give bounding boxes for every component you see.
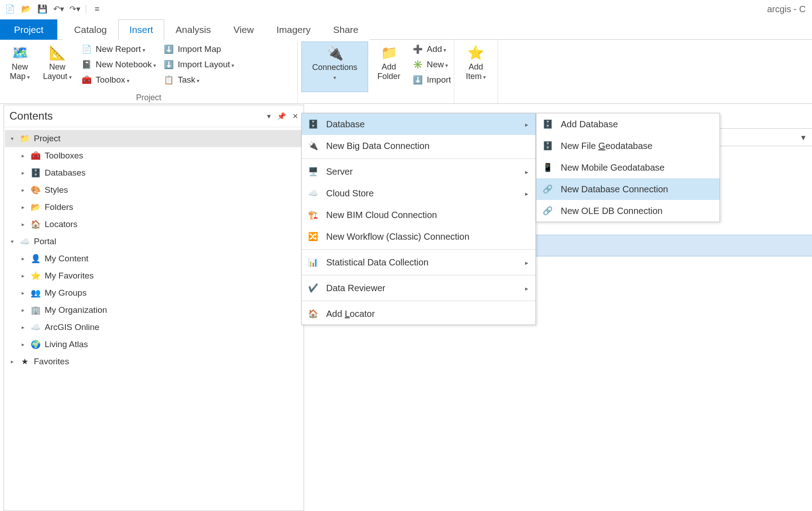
menu-item-label: New Big Data Connection bbox=[326, 141, 528, 151]
database-submenu-item-1[interactable]: 🗄️ New File Geodatabase bbox=[536, 135, 720, 157]
expand-icon[interactable]: ▸ bbox=[19, 187, 27, 193]
expand-icon[interactable]: ▾ bbox=[9, 135, 16, 142]
tree-node-fav[interactable]: ▸ ★ Favorites bbox=[5, 353, 303, 370]
tree-node-toolboxes[interactable]: ▸ 🧰 Toolboxes bbox=[5, 147, 303, 164]
expand-icon[interactable]: ▸ bbox=[19, 307, 27, 313]
new-project-icon[interactable]: 📄 bbox=[4, 3, 16, 15]
expand-icon[interactable]: ▸ bbox=[19, 221, 27, 228]
tree-node-databases[interactable]: ▸ 🗄️ Databases bbox=[5, 164, 303, 181]
notebook-icon: 📓 bbox=[81, 59, 92, 70]
connections-menu-item-0[interactable]: 🗄️ Database bbox=[302, 113, 535, 135]
add-folder-button[interactable]: 📁 Add Folder bbox=[370, 42, 408, 92]
tab-imagery[interactable]: Imagery bbox=[265, 19, 322, 40]
new-layout-button[interactable]: 📐 New Layout bbox=[38, 42, 77, 92]
node-icon: 🧰 bbox=[30, 151, 41, 161]
new-button[interactable]: ✳️New bbox=[410, 57, 454, 72]
node-icon: ☁️ bbox=[30, 322, 41, 332]
expand-icon[interactable]: ▸ bbox=[19, 324, 27, 330]
database-submenu-item-0[interactable]: 🗄️ Add Database bbox=[536, 113, 720, 135]
connections-menu-item-10[interactable]: ✔️ Data Reviewer bbox=[302, 277, 535, 299]
tree-node-mycontent[interactable]: ▸ 👤 My Content bbox=[5, 250, 303, 267]
dropdown-icon[interactable] bbox=[801, 132, 806, 143]
tree-node-portal[interactable]: ▾ ☁️ Portal bbox=[5, 233, 303, 250]
menu-item-icon: 🔀 bbox=[307, 232, 319, 242]
expand-icon[interactable]: ▸ bbox=[19, 170, 27, 176]
import-layout-button[interactable]: ⬇️Import Layout bbox=[161, 57, 237, 72]
expand-icon[interactable]: ▸ bbox=[19, 290, 27, 296]
task-button[interactable]: 📋Task bbox=[161, 72, 237, 88]
menu-item-icon: 🏗️ bbox=[307, 210, 319, 220]
add-item-button[interactable]: ⭐ Add Item bbox=[458, 42, 494, 92]
tab-share[interactable]: Share bbox=[322, 19, 369, 40]
open-project-icon[interactable]: 📂 bbox=[20, 3, 32, 15]
toolbox-button[interactable]: 🧰Toolbox bbox=[78, 72, 159, 88]
new-map-button[interactable]: 🗺️ New Map bbox=[4, 42, 36, 92]
redo-icon[interactable]: ↷▾ bbox=[69, 3, 81, 15]
connections-icon: 🔌 bbox=[326, 44, 344, 62]
node-label: Favorites bbox=[34, 357, 69, 367]
connections-menu-item-12[interactable]: 🏠 Add Locator bbox=[302, 303, 535, 325]
expand-icon[interactable]: ▸ bbox=[19, 204, 27, 210]
add-button[interactable]: ➕Add bbox=[410, 42, 454, 57]
tab-analysis[interactable]: Analysis bbox=[164, 19, 222, 40]
import-layout-icon: ⬇️ bbox=[163, 59, 174, 70]
menu-item-icon: ✔️ bbox=[307, 283, 319, 293]
node-icon: 📁 bbox=[19, 134, 30, 144]
menu-item-icon: 🔗 bbox=[542, 184, 554, 194]
expand-icon[interactable]: ▸ bbox=[9, 358, 16, 365]
tree-node-latlas[interactable]: ▸ 🌍 Living Atlas bbox=[5, 336, 303, 353]
tree-node-myorg[interactable]: ▸ 🏢 My Organization bbox=[5, 302, 303, 319]
database-submenu-item-2[interactable]: 📱 New Mobile Geodatabase bbox=[536, 157, 720, 178]
menu-item-label: Cloud Store bbox=[326, 188, 518, 199]
tab-view[interactable]: View bbox=[222, 19, 265, 40]
tab-catalog[interactable]: Catalog bbox=[63, 19, 118, 40]
submenu-arrow-icon bbox=[525, 167, 528, 177]
tab-insert[interactable]: Insert bbox=[118, 19, 165, 40]
new-report-button[interactable]: 📄New Report bbox=[78, 42, 159, 57]
contents-pin-icon[interactable]: 📌 bbox=[277, 112, 286, 121]
expand-icon[interactable]: ▸ bbox=[19, 341, 27, 348]
new-notebook-button[interactable]: 📓New Notebook bbox=[78, 57, 159, 72]
connections-menu-item-4[interactable]: ☁️ Cloud Store bbox=[302, 182, 535, 204]
customize-qat-icon[interactable]: ≡ bbox=[91, 3, 103, 15]
undo-icon[interactable]: ↶▾ bbox=[52, 3, 65, 15]
group-project-label: Project bbox=[4, 92, 294, 102]
expand-icon[interactable]: ▸ bbox=[19, 256, 27, 262]
import-map-button[interactable]: ⬇️Import Map bbox=[161, 42, 237, 57]
connections-menu-item-1[interactable]: 🔌 New Big Data Connection bbox=[302, 135, 535, 157]
connections-menu-item-3[interactable]: 🖥️ Server bbox=[302, 161, 535, 182]
node-label: Styles bbox=[45, 185, 68, 195]
expand-icon[interactable]: ▸ bbox=[19, 273, 27, 279]
star-add-icon: ⭐ bbox=[467, 43, 485, 61]
expand-icon[interactable]: ▸ bbox=[19, 153, 27, 159]
menu-item-icon: 🏠 bbox=[307, 309, 319, 319]
tree-node-agol[interactable]: ▸ ☁️ ArcGIS Online bbox=[5, 319, 303, 336]
import-button[interactable]: ⬇️Import bbox=[410, 72, 454, 88]
save-icon[interactable]: 💾 bbox=[36, 3, 49, 15]
contents-menu-icon[interactable]: ▾ bbox=[267, 112, 271, 121]
connections-button[interactable]: 🔌 Connections▾ bbox=[301, 42, 368, 92]
node-label: My Groups bbox=[45, 288, 87, 298]
menu-item-label: New OLE DB Connection bbox=[561, 206, 712, 216]
expand-icon[interactable]: ▾ bbox=[9, 238, 16, 245]
submenu-arrow-icon bbox=[525, 119, 528, 129]
contents-close-icon[interactable]: ✕ bbox=[292, 112, 298, 121]
database-submenu-item-3[interactable]: 🔗 New Database Connection bbox=[536, 178, 720, 200]
tab-file[interactable]: Project bbox=[0, 19, 57, 40]
node-icon: 🗄️ bbox=[30, 168, 41, 178]
connections-menu-item-5[interactable]: 🏗️ New BIM Cloud Connection bbox=[302, 204, 535, 226]
tree-node-myfav[interactable]: ▸ ⭐ My Favorites bbox=[5, 267, 303, 284]
tree-node-mygroups[interactable]: ▸ 👥 My Groups bbox=[5, 284, 303, 302]
tree-node-locators[interactable]: ▸ 🏠 Locators bbox=[5, 216, 303, 233]
node-label: Folders bbox=[45, 202, 73, 212]
connections-menu-item-6[interactable]: 🔀 New Workflow (Classic) Connection bbox=[302, 226, 535, 247]
connections-menu-item-8[interactable]: 📊 Statistical Data Collection bbox=[302, 251, 535, 273]
node-icon: 👤 bbox=[30, 254, 41, 264]
tree-node-project[interactable]: ▾ 📁 Project bbox=[5, 130, 303, 147]
node-icon: 📂 bbox=[30, 202, 41, 212]
node-label: Living Atlas bbox=[45, 339, 88, 349]
database-submenu-item-4[interactable]: 🔗 New OLE DB Connection bbox=[536, 200, 720, 222]
tree-node-folders[interactable]: ▸ 📂 Folders bbox=[5, 199, 303, 216]
tree-node-styles[interactable]: ▸ 🎨 Styles bbox=[5, 181, 303, 199]
contents-pane: Contents ▾ 📌 ✕ ▾ 📁 Project▸ 🧰 Toolboxes▸… bbox=[4, 105, 304, 511]
